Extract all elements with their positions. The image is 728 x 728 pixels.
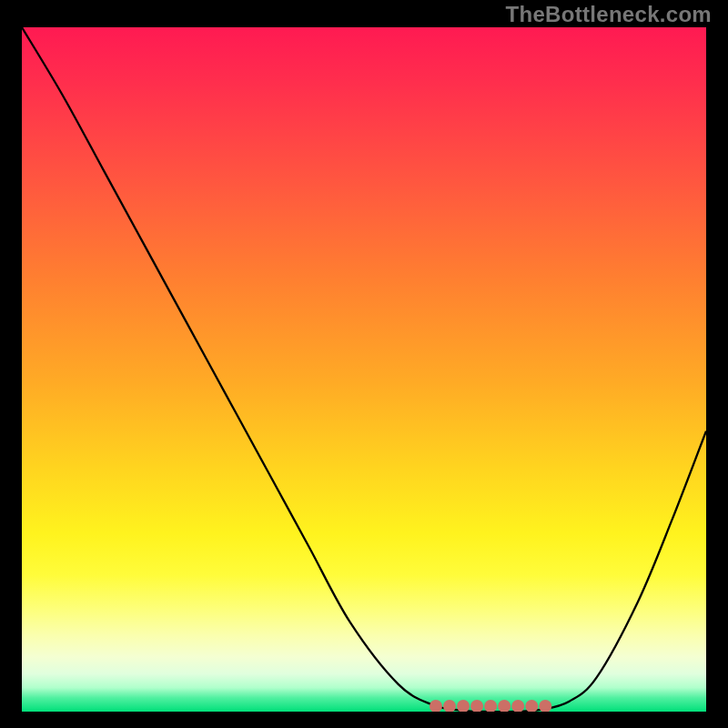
valley-dot [430,700,442,712]
chart-plot-area [22,27,706,712]
valley-dot [443,700,456,712]
valley-dot [470,700,483,712]
valley-dot [498,700,511,712]
chart-curve [22,27,706,712]
chart-svg [22,27,706,712]
valley-dot [539,700,551,712]
watermark-text: TheBottleneck.com [506,2,712,27]
valley-dots-group [430,700,551,712]
valley-dot [484,700,497,712]
valley-dot [457,700,470,712]
valley-dot [511,700,524,712]
valley-dot [525,700,538,712]
